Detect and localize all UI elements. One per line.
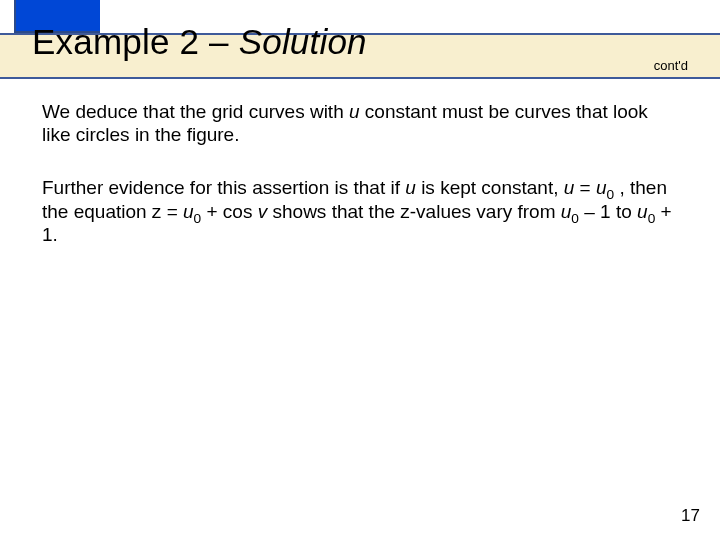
var-u: u (561, 201, 572, 222)
body-text: We deduce that the grid curves with u co… (42, 100, 674, 276)
page-number: 17 (681, 506, 700, 526)
title-example: Example 2 – (32, 22, 239, 61)
text-run: is kept constant, (416, 177, 564, 198)
text-run: shows that the z-values vary from (267, 201, 561, 222)
text-run: We deduce that the grid curves with (42, 101, 349, 122)
var-u: u (349, 101, 360, 122)
slide-title: Example 2 – Solution (32, 22, 367, 62)
slide: Example 2 – Solution cont'd We deduce th… (0, 0, 720, 540)
text-run: + cos (201, 201, 258, 222)
var-u: u (183, 201, 194, 222)
text-run: Further evidence for this assertion is t… (42, 177, 405, 198)
var-u: u (405, 177, 416, 198)
paragraph-2: Further evidence for this assertion is t… (42, 176, 674, 246)
text-run: – 1 to (579, 201, 637, 222)
text-run: = (574, 177, 596, 198)
var-u: u (637, 201, 648, 222)
paragraph-1: We deduce that the grid curves with u co… (42, 100, 674, 146)
continued-marker: cont'd (654, 58, 688, 73)
title-solution: Solution (239, 22, 367, 61)
subscript: 0 (571, 210, 579, 225)
var-u: u (564, 177, 575, 198)
var-u: u (596, 177, 607, 198)
var-v: v (258, 201, 268, 222)
